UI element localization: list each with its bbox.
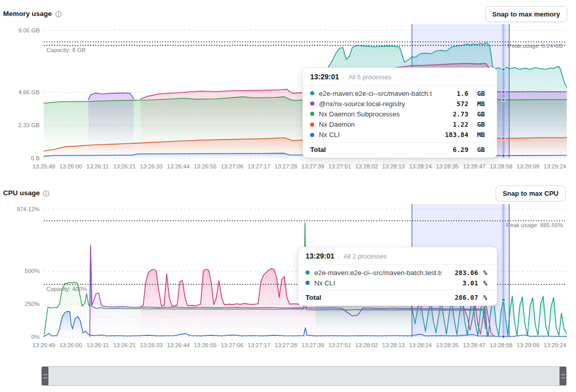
tooltip-total-row: Total 286.07 % [298, 290, 497, 305]
svg-text:Capacity: 400%: Capacity: 400% [46, 286, 87, 292]
grip-icon [561, 374, 565, 378]
process-value: 283.06 [446, 269, 478, 277]
svg-text:13:28:13: 13:28:13 [382, 342, 405, 348]
svg-text:13:29:09: 13:29:09 [517, 342, 539, 348]
tooltip-header: 13:29:01 · All 2 processes [298, 247, 497, 265]
series-color-dot [306, 281, 310, 285]
nx-profiler-page: Memory usage Snap to max memory CPU usag… [0, 0, 576, 392]
process-unit: % [483, 269, 489, 277]
tooltip-row: @nx/nx-source:local-registry572MB [303, 98, 497, 109]
time-range-brush[interactable] [41, 366, 567, 386]
series-color-dot [306, 270, 310, 275]
tooltip-row: Nx CLI183.84MB [303, 130, 497, 140]
tooltip-header: 13:29:01 · All 5 processes [303, 68, 497, 86]
tooltip-total-label: Total [306, 294, 442, 301]
series-color-dot [310, 133, 314, 137]
svg-text:13:28:13: 13:28:13 [382, 163, 405, 169]
tooltip-subtitle: All 2 processes [344, 253, 386, 260]
svg-text:13:29:24: 13:29:24 [544, 163, 566, 169]
svg-text:13:26:33: 13:26:33 [140, 163, 163, 169]
svg-text:0%: 0% [31, 334, 40, 340]
process-name: Nx Daemon [319, 121, 432, 128]
svg-text:13:29:09: 13:29:09 [517, 163, 539, 169]
brush-handle-right[interactable] [560, 367, 566, 385]
process-value: 2.73 [436, 110, 468, 118]
series-color-dot [310, 112, 314, 116]
process-name: Nx CLI [314, 279, 442, 287]
svg-text:13:26:00: 13:26:00 [59, 163, 82, 169]
tooltip-row: e2e-maven:e2e-ci--src/maven-batch.test.t… [303, 88, 497, 98]
svg-text:13:28:35: 13:28:35 [436, 163, 459, 169]
brush-track[interactable] [48, 367, 560, 385]
process-name: e2e-maven:e2e-ci--src/maven-batch.test.t… [314, 269, 442, 277]
svg-text:13:25:49: 13:25:49 [32, 342, 55, 348]
svg-text:13:26:33: 13:26:33 [140, 342, 163, 348]
series-color-dot [310, 91, 314, 95]
svg-text:13:28:47: 13:28:47 [463, 342, 485, 348]
process-unit: GB [477, 90, 489, 97]
svg-text:13:26:44: 13:26:44 [167, 163, 190, 169]
svg-text:13:26:55: 13:26:55 [194, 342, 216, 348]
process-value: 183.84 [436, 131, 468, 139]
svg-text:13:27:51: 13:27:51 [328, 342, 351, 348]
svg-text:13:27:06: 13:27:06 [221, 342, 243, 348]
svg-text:13:25:49: 13:25:49 [32, 163, 55, 169]
svg-text:13:26:55: 13:26:55 [194, 163, 216, 169]
tooltip-row: Nx CLI3.01% [298, 278, 497, 288]
svg-text:0 B: 0 B [31, 155, 40, 161]
svg-text:13:26:44: 13:26:44 [167, 342, 190, 348]
process-unit: MB [477, 100, 489, 108]
svg-text:2.33 GB: 2.33 GB [19, 122, 40, 128]
grip-icon [43, 374, 47, 378]
tooltip-total-unit: % [483, 294, 489, 301]
brush-handle-left[interactable] [42, 367, 48, 385]
tooltip-separator: · [343, 74, 345, 81]
svg-text:500%: 500% [25, 268, 40, 274]
svg-text:13:27:28: 13:27:28 [275, 342, 297, 348]
svg-text:Peak usage: 885.56%: Peak usage: 885.56% [506, 222, 563, 228]
tooltip-rows: e2e-maven:e2e-ci--src/maven-batch.test.t… [298, 265, 497, 290]
svg-text:13:27:39: 13:27:39 [301, 342, 324, 348]
svg-text:13:26:11: 13:26:11 [87, 163, 109, 169]
svg-text:13:28:58: 13:28:58 [490, 342, 513, 348]
svg-text:Peak usage: 8.24 GB: Peak usage: 8.24 GB [508, 43, 563, 49]
process-name: Nx Daemon Subprocesses [319, 110, 432, 118]
svg-text:13:28:24: 13:28:24 [409, 342, 432, 348]
svg-text:250%: 250% [25, 301, 40, 307]
series-color-dot [310, 101, 314, 106]
tooltip-total-label: Total [310, 146, 432, 154]
memory-tooltip: 13:29:01 · All 5 processes e2e-maven:e2e… [302, 67, 497, 158]
svg-text:13:27:39: 13:27:39 [301, 163, 324, 169]
tooltip-total-row: Total 6.29 GB [303, 142, 497, 158]
series-color-dot [310, 123, 314, 127]
svg-text:13:26:21: 13:26:21 [113, 342, 136, 348]
svg-text:13:27:17: 13:27:17 [248, 163, 270, 169]
tooltip-total-value: 286.07 [446, 294, 478, 301]
svg-text:974.12%: 974.12% [16, 206, 40, 212]
svg-text:13:28:58: 13:28:58 [490, 163, 513, 169]
tooltip-total-unit: GB [477, 146, 489, 154]
tooltip-separator: · [338, 253, 340, 260]
svg-text:Capacity: 8 GB: Capacity: 8 GB [46, 47, 86, 53]
svg-text:13:28:02: 13:28:02 [355, 163, 378, 169]
tooltip-total-value: 6.29 [436, 146, 468, 154]
svg-text:13:28:47: 13:28:47 [463, 163, 485, 169]
svg-text:13:29:24: 13:29:24 [544, 342, 566, 348]
svg-text:13:26:21: 13:26:21 [113, 163, 136, 169]
tooltip-time: 13:29:01 [310, 73, 339, 81]
svg-text:13:26:00: 13:26:00 [59, 342, 82, 348]
process-unit: GB [477, 110, 489, 118]
process-name: @nx/nx-source:local-registry [319, 100, 432, 108]
process-unit: % [483, 279, 489, 287]
svg-text:13:28:35: 13:28:35 [436, 342, 459, 348]
svg-text:13:28:02: 13:28:02 [355, 342, 378, 348]
svg-text:13:27:06: 13:27:06 [221, 163, 243, 169]
svg-text:13:27:51: 13:27:51 [328, 163, 351, 169]
tooltip-time: 13:29:01 [306, 252, 334, 260]
svg-text:13:28:24: 13:28:24 [409, 163, 432, 169]
process-value: 1.6 [436, 90, 468, 97]
process-unit: GB [477, 121, 489, 128]
process-name: e2e-maven:e2e-ci--src/maven-batch.test.t… [319, 90, 432, 97]
svg-text:13:26:11: 13:26:11 [87, 342, 109, 348]
process-name: Nx CLI [319, 131, 432, 139]
